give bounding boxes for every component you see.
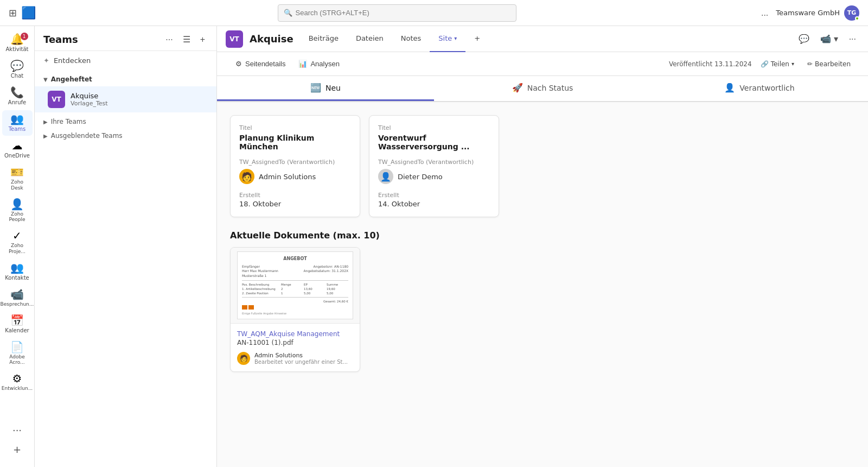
zoho-desk-label: Zoho Desk bbox=[4, 179, 30, 191]
onedrive-label: OneDrive bbox=[4, 153, 30, 159]
teams-logo: 🟦 bbox=[21, 6, 36, 20]
sub-nav-left: ⚙ Seitendetails 📊 Analysen bbox=[230, 56, 345, 71]
doc-user-time: Bearbeitet vor ungefähr einer St... bbox=[254, 359, 348, 365]
tab-add-icon: + bbox=[474, 34, 480, 42]
channel-more-button[interactable]: ··· bbox=[846, 32, 859, 46]
pinned-section-header[interactable]: ▼ Angeheftet bbox=[35, 72, 216, 86]
rail-add-button[interactable]: + bbox=[10, 440, 24, 458]
tab-beitraege[interactable]: Beiträge bbox=[300, 26, 347, 52]
search-input[interactable] bbox=[296, 9, 510, 17]
verantwortlich-label: Verantwortlich bbox=[739, 84, 794, 92]
team-akquise-info: Akquise Vorlage_Test bbox=[71, 92, 108, 107]
your-teams-chevron: ▶ bbox=[43, 119, 48, 125]
user-avatar-container[interactable]: TG bbox=[844, 5, 859, 21]
sidebar-item-aktivitaet[interactable]: 🔔 Aktivität 1 bbox=[2, 30, 33, 56]
more-options-button[interactable]: ... bbox=[758, 6, 771, 20]
sidebar-item-zoho-proj[interactable]: ✓ Zoho Proje... bbox=[2, 227, 33, 258]
sidebar-item-kontakte[interactable]: 👥 Kontakte bbox=[2, 259, 33, 285]
sidebar-item-besprechun[interactable]: 📹 Besprechun... bbox=[2, 286, 33, 311]
card-planung-klinikum[interactable]: Titel Planung Klinikum München TW_Assign… bbox=[230, 115, 360, 217]
teilen-button[interactable]: 🔗 Teilen ▾ bbox=[756, 58, 799, 70]
doc-card-angebot[interactable]: ANGEBOT Empfänger Herr Max Mustermann Mu… bbox=[230, 247, 360, 372]
rail-more-button[interactable]: ··· bbox=[9, 421, 25, 439]
cards-area: Titel Planung Klinikum München TW_Assign… bbox=[217, 102, 868, 385]
hidden-teams-chevron: ▶ bbox=[43, 133, 48, 139]
veroeffentlicht-label: Veröffentlicht 13.11.2024 bbox=[669, 60, 752, 68]
grid-icon[interactable]: ⊞ bbox=[9, 7, 17, 18]
content-tab-nach-status[interactable]: 🚀 Nach Status bbox=[434, 76, 651, 101]
tab-site[interactable]: Site ▾ bbox=[430, 26, 465, 52]
card1-title: Planung Klinikum München bbox=[239, 134, 351, 151]
sidebar-item-adobe[interactable]: 📄 Adobe Acro... bbox=[2, 338, 33, 369]
sidebar-item-onedrive[interactable]: ☁ OneDrive bbox=[2, 137, 33, 162]
bearbeiten-button[interactable]: ✏ Bearbeiten bbox=[803, 58, 855, 70]
sidebar-item-kalender[interactable]: 📅 Kalender bbox=[2, 312, 33, 337]
adobe-label: Adobe Acro... bbox=[4, 354, 30, 366]
header-center: 🔍 bbox=[36, 4, 758, 22]
app-header: ⊞ 🟦 🔍 ... Teamsware GmbH TG bbox=[0, 0, 868, 26]
sidebar-item-zoho-people[interactable]: 👤 Zoho People bbox=[2, 195, 33, 226]
kalender-label: Kalender bbox=[5, 327, 29, 334]
content-tab-neu[interactable]: 🆕 Neu bbox=[217, 76, 434, 101]
pinned-chevron: ▼ bbox=[43, 77, 48, 83]
sidebar-more-button[interactable]: ··· bbox=[163, 33, 175, 46]
sidebar-discover[interactable]: ✦ Entdecken bbox=[35, 51, 216, 70]
aktivitaet-badge: 1 bbox=[21, 33, 28, 40]
sidebar-item-chat[interactable]: 💬 Chat bbox=[2, 57, 33, 83]
doc-user-name: Admin Solutions bbox=[254, 352, 348, 359]
card2-avatar: 👤 bbox=[378, 169, 393, 184]
sidebar-add-button[interactable]: + bbox=[197, 33, 208, 46]
topbar-right: 💬 📹 ▾ ··· bbox=[795, 31, 859, 46]
neu-icon: 🆕 bbox=[310, 83, 321, 93]
analysen-button[interactable]: 📊 Analysen bbox=[293, 56, 344, 71]
onedrive-icon: ☁ bbox=[12, 140, 23, 151]
sidebar-header: Teams ··· ☰ + bbox=[35, 26, 216, 51]
doc-link[interactable]: TW_AQM_Akquise Management bbox=[237, 330, 353, 338]
chat-side-button[interactable]: 💬 bbox=[795, 31, 813, 46]
sidebar-item-teams[interactable]: 👥 Teams bbox=[2, 110, 33, 136]
card2-created-date: 14. Oktober bbox=[378, 200, 490, 208]
channel-tabs: Beiträge Dateien Notes Site ▾ bbox=[300, 26, 489, 52]
sub-nav-right: Veröffentlicht 13.11.2024 🔗 Teilen ▾ ✏ B… bbox=[669, 58, 855, 70]
team-akquise-avatar: VT bbox=[48, 91, 65, 108]
card2-assigned-row: 👤 Dieter Demo bbox=[378, 169, 490, 184]
tab-add[interactable]: + bbox=[465, 26, 489, 52]
sidebar-item-zoho-desk[interactable]: 🎫 Zoho Desk bbox=[2, 163, 33, 194]
card2-field-label: Titel bbox=[378, 124, 490, 131]
card2-title: Vorentwurf Wasserversorgung ... bbox=[378, 134, 490, 151]
hidden-teams-section[interactable]: ▶ Ausgeblendete Teams bbox=[35, 129, 216, 143]
tab-notes[interactable]: Notes bbox=[392, 26, 430, 52]
your-teams-section[interactable]: ▶ Ihre Teams bbox=[35, 115, 216, 129]
sidebar-filter-button[interactable]: ☰ bbox=[180, 33, 193, 46]
search-box[interactable]: 🔍 bbox=[278, 4, 516, 22]
sidebar-item-entwicklun[interactable]: ⚙ Entwicklun... bbox=[2, 370, 33, 395]
zoho-people-icon: 👤 bbox=[10, 199, 24, 210]
card1-assigned-row: 🧑 Admin Solutions bbox=[239, 169, 351, 184]
header-right: ... Teamsware GmbH TG bbox=[758, 5, 859, 21]
pinned-label: Angeheftet bbox=[51, 75, 92, 83]
discover-icon: ✦ bbox=[43, 56, 49, 65]
teilen-label: Teilen bbox=[771, 60, 789, 68]
tab-site-chevron: ▾ bbox=[454, 35, 457, 41]
card1-field-label: Titel bbox=[239, 124, 351, 131]
besprechun-icon: 📹 bbox=[10, 289, 24, 300]
online-indicator bbox=[855, 16, 859, 21]
doc-preview-inner: ANGEBOT Empfänger Herr Max Mustermann Mu… bbox=[237, 251, 353, 319]
zoho-proj-icon: ✓ bbox=[12, 230, 22, 241]
tab-dateien[interactable]: Dateien bbox=[347, 26, 392, 52]
bearbeiten-icon: ✏ bbox=[807, 60, 813, 68]
sidebar-item-anrufe[interactable]: 📞 Anrufe bbox=[2, 84, 33, 109]
content-tab-verantwortlich[interactable]: 👤 Verantwortlich bbox=[651, 76, 868, 101]
analysen-label: Analysen bbox=[310, 60, 339, 68]
seitendetails-button[interactable]: ⚙ Seitendetails bbox=[230, 56, 291, 71]
card-vorentwurf[interactable]: Titel Vorentwurf Wasserversorgung ... TW… bbox=[369, 115, 499, 217]
team-akquise-name: Akquise bbox=[71, 92, 108, 100]
doc-filename: AN-11001 (1).pdf bbox=[237, 339, 353, 346]
header-left: ⊞ 🟦 bbox=[9, 6, 36, 20]
cards-row: Titel Planung Klinikum München TW_Assign… bbox=[230, 115, 855, 217]
pinned-section: ▼ Angeheftet VT Akquise Vorlage_Test bbox=[35, 70, 216, 115]
video-button[interactable]: 📹 ▾ bbox=[817, 31, 841, 46]
team-item-akquise[interactable]: VT Akquise Vorlage_Test bbox=[35, 86, 216, 112]
anrufe-icon: 📞 bbox=[10, 87, 24, 98]
card1-assigned-label: TW_AssignedTo (Verantwortlich) bbox=[239, 159, 351, 166]
